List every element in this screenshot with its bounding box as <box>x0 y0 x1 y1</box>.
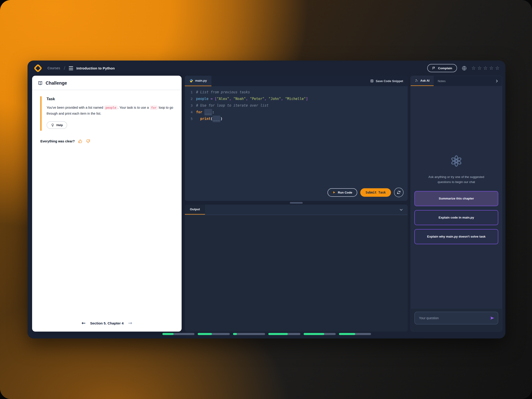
code-token-op: [ <box>215 96 217 102</box>
course-menu-hamburger-icon[interactable] <box>69 66 73 70</box>
star-outline-icon[interactable]: ☆ <box>483 66 488 71</box>
question-input[interactable] <box>415 316 498 320</box>
notes-label: Notes <box>438 79 446 83</box>
code-token-plain <box>248 96 250 102</box>
output-console[interactable] <box>185 215 408 332</box>
code-line[interactable]: 2people = ["Alex", "Noah", "Peter", "Joh… <box>188 96 408 102</box>
chevron-down-icon <box>399 208 403 212</box>
question-input-area <box>411 308 502 331</box>
code-token-op: , <box>264 96 266 102</box>
tab-main-py[interactable]: main.py <box>185 76 211 86</box>
code-line[interactable]: 5 print(___) <box>188 116 408 122</box>
task-text: You've been provided with a list named p… <box>47 105 173 117</box>
code-line[interactable]: 1# List from previous tasks <box>188 89 408 96</box>
openai-logo-icon <box>450 154 463 169</box>
flag-icon <box>432 66 436 70</box>
line-number: 1 <box>188 89 193 96</box>
progress-segment[interactable] <box>268 333 300 335</box>
code-token-op: , <box>246 96 248 102</box>
globe-icon[interactable] <box>462 66 467 71</box>
suggestion-button[interactable]: Explain why main.py doesn't solve task <box>414 229 498 244</box>
chevron-right-icon <box>495 79 499 83</box>
assistant-tab-bar: Ask AI Notes <box>411 76 502 86</box>
star-outline-icon[interactable]: ☆ <box>477 66 482 71</box>
progress-segment[interactable] <box>198 333 230 335</box>
arrow-left-icon[interactable]: ← <box>81 321 86 326</box>
suggestion-button[interactable]: Explain code in main.py <box>414 210 498 225</box>
code-token-op: = <box>210 96 213 102</box>
output-panel: Output <box>185 204 408 332</box>
code-token-op: ] <box>306 96 308 102</box>
panel-collapse-button[interactable] <box>495 76 502 86</box>
code-token-op: , <box>281 96 283 102</box>
code-editor-panel: main.py Save Code Snippet 1# List from p… <box>185 76 408 201</box>
output-collapse-button[interactable] <box>399 204 408 215</box>
code-token-plain: : <box>212 109 214 116</box>
submit-task-label: Submit Task <box>366 191 386 194</box>
code-token-kw: for <box>196 109 202 116</box>
lightbulb-icon <box>51 123 54 127</box>
breadcrumb-separator: / <box>64 65 65 71</box>
progress-segment-fill <box>233 333 237 335</box>
code-line[interactable]: 4for ___: <box>188 109 408 116</box>
suggestion-button[interactable]: Summarize this chapter <box>414 191 498 206</box>
tab-ask-ai[interactable]: Ask AI <box>411 76 434 86</box>
code-token-op: , <box>229 96 231 102</box>
progress-segment[interactable] <box>304 333 336 335</box>
star-outline-icon[interactable]: ☆ <box>471 66 476 71</box>
submit-task-button[interactable]: Submit Task <box>360 188 391 197</box>
course-title: Introduction to Python <box>76 66 115 70</box>
help-button[interactable]: Help <box>47 121 67 129</box>
reset-code-button[interactable] <box>394 188 404 197</box>
code-token-comment: # Use for loop to iterate over list <box>196 102 268 109</box>
thumbs-down-icon[interactable] <box>86 139 90 144</box>
code-token-str: "Noah" <box>234 96 246 102</box>
breadcrumb-courses[interactable]: Courses <box>47 66 60 70</box>
inline-code-chip: for <box>150 106 158 110</box>
output-tab-bar: Output <box>185 204 408 215</box>
send-arrow-icon[interactable] <box>490 316 495 321</box>
star-outline-icon[interactable]: ☆ <box>495 66 500 71</box>
inline-code-chip: people <box>104 106 118 110</box>
code-token-plain <box>209 96 210 102</box>
code-token-str: "John" <box>268 96 281 102</box>
tab-output[interactable]: Output <box>185 204 205 215</box>
python-icon <box>190 79 193 82</box>
complain-label: Complain <box>438 66 452 70</box>
code-line[interactable]: 3# Use for loop to iterate over list <box>188 102 408 109</box>
complain-button[interactable]: Complain <box>427 64 457 72</box>
editor-tab-label: main.py <box>195 79 207 82</box>
thumbs-up-icon[interactable] <box>78 139 82 144</box>
star-outline-icon[interactable]: ☆ <box>489 66 494 71</box>
code-token-str: "Peter" <box>250 96 264 102</box>
code-token-str: "Michelle" <box>285 96 306 102</box>
progress-segment[interactable] <box>162 333 195 335</box>
suggested-questions: Summarize this chapterExplain code in ma… <box>411 191 502 244</box>
app-window: Courses / Introduction to Python Complai… <box>27 61 505 338</box>
app-logo-diamond-icon[interactable] <box>33 64 42 72</box>
progress-segment-fill <box>162 333 174 335</box>
tab-notes[interactable]: Notes <box>434 76 450 86</box>
task-block: Task You've been provided with a list na… <box>40 96 173 131</box>
progress-segment-fill <box>339 333 355 335</box>
output-tab-label: Output <box>190 208 200 211</box>
question-input-wrap <box>414 312 498 324</box>
code-editor-body[interactable]: 1# List from previous tasks2people = ["A… <box>185 86 408 201</box>
progress-segment-fill <box>268 333 288 335</box>
resize-drag-handle[interactable] <box>290 202 303 204</box>
code-token-plain <box>231 96 234 102</box>
run-code-button[interactable]: Run Code <box>328 188 357 197</box>
editor-tab-bar: main.py Save Code Snippet <box>185 76 408 86</box>
code-token-var: people <box>196 96 209 102</box>
progress-segment[interactable] <box>233 333 265 335</box>
arrow-right-icon[interactable]: → <box>128 321 132 326</box>
assistant-chat-area: Ask anything or try one of the suggested… <box>411 86 502 308</box>
save-code-snippet-button[interactable]: Save Code Snippet <box>370 76 408 86</box>
top-bar: Courses / Introduction to Python Complai… <box>27 61 505 76</box>
sparkle-ai-icon <box>415 79 418 82</box>
chapter-navigation: ← Section 5. Chapter 4 → <box>32 321 182 332</box>
progress-segment[interactable] <box>339 333 371 335</box>
feedback-question: Everything was clear? <box>40 139 75 143</box>
progress-bar <box>162 333 371 335</box>
panel-resize-strip <box>185 201 408 204</box>
